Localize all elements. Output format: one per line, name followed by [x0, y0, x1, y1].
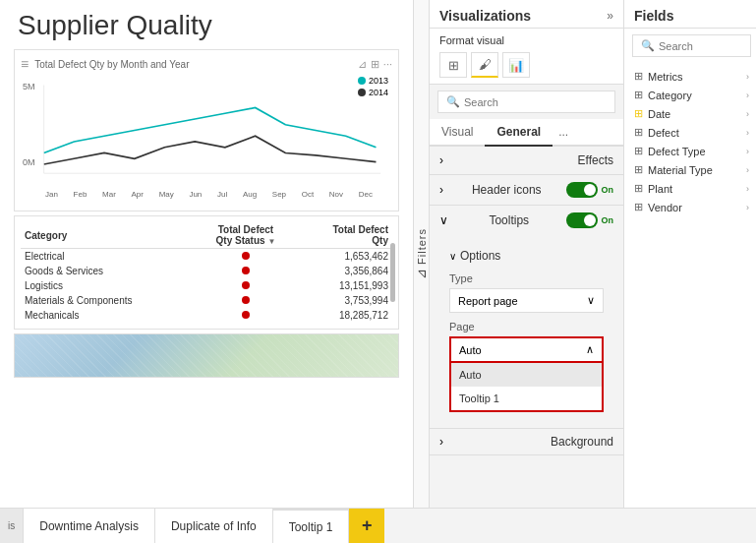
field-item-defect-type[interactable]: ⊞ Defect Type ›	[624, 142, 756, 160]
effects-section: › Effects	[430, 147, 623, 175]
field-expand-date: ›	[746, 109, 749, 119]
row-status	[195, 249, 297, 265]
viz-expand-icon[interactable]: »	[607, 9, 613, 23]
tooltips-label: Tooltips	[489, 213, 529, 227]
options-caret: ∨	[449, 251, 456, 262]
table-row: Electrical 1,653,462	[21, 249, 392, 265]
fields-search-input[interactable]	[659, 40, 756, 52]
col-qty: Total DefectQty	[297, 222, 392, 249]
format-visual-label: Format visual	[439, 34, 613, 46]
header-icons-toggle[interactable]	[566, 182, 598, 198]
field-icon-plant: ⊞	[634, 182, 643, 195]
effects-header[interactable]: › Effects	[430, 147, 623, 174]
legend-2014: 2014	[369, 88, 388, 97]
page-dropdown-list: Auto Tooltip 1	[449, 363, 604, 412]
viz-title: Visualizations	[439, 8, 531, 24]
format-visual-section: Format visual ⊞ 🖌 📊	[430, 29, 623, 85]
field-item-defect[interactable]: ⊞ Defect ›	[624, 123, 756, 142]
tab-visual[interactable]: Visual	[430, 119, 485, 147]
field-item-date[interactable]: ⊞ Date ›	[624, 104, 756, 123]
tab-more[interactable]: ...	[552, 119, 574, 145]
tooltips-body: ∨ Options Type Report page ∨ Page Auto	[430, 235, 623, 428]
fields-search-box[interactable]: 🔍	[632, 34, 751, 57]
tab-tooltip-1[interactable]: Tooltip 1	[273, 509, 350, 543]
field-icon-category: ⊞	[634, 89, 643, 101]
page-chevron: ∧	[586, 343, 594, 356]
viz-header: Visualizations »	[430, 0, 623, 29]
format-icon-paint[interactable]: 🖌	[471, 52, 498, 78]
field-item-material-type[interactable]: ⊞ Material Type ›	[624, 160, 756, 179]
add-tab-button[interactable]: +	[349, 509, 384, 543]
background-caret: ›	[439, 435, 443, 449]
viz-tabs: Visual General ...	[430, 119, 623, 147]
bottom-tabs: is Downtime Analysis Duplicate of Info T…	[0, 508, 756, 543]
row-category: Mechanicals	[21, 308, 195, 323]
col-qty-status: Total DefectQty Status ▼	[195, 222, 297, 249]
viz-search-box[interactable]: 🔍	[437, 90, 615, 113]
row-category: Materials & Components	[21, 293, 195, 308]
field-expand-defect: ›	[746, 128, 749, 138]
field-icon-metrics: ⊞	[634, 70, 643, 83]
more-icon[interactable]: ···	[383, 58, 392, 71]
format-icon-analytics[interactable]: 📊	[502, 52, 530, 78]
field-name-plant: Plant	[648, 183, 672, 195]
field-name-metrics: Metrics	[648, 71, 682, 83]
type-value: Report page	[458, 295, 518, 307]
chart-title: Total Defect Qty by Month and Year	[34, 59, 189, 70]
tab-duplicate-of-info[interactable]: Duplicate of Info	[155, 509, 273, 543]
field-item-category[interactable]: ⊞ Category ›	[624, 86, 756, 104]
field-name-vendor: Vendor	[648, 202, 682, 213]
field-icon-date: ⊞	[634, 107, 643, 120]
viz-search-input[interactable]	[464, 96, 607, 108]
tooltips-toggle[interactable]	[566, 212, 598, 228]
field-icon-material-type: ⊞	[634, 163, 643, 176]
filters-label: ⊿ Filters	[414, 228, 429, 279]
field-name-defect: Defect	[648, 127, 679, 139]
field-item-plant[interactable]: ⊞ Plant ›	[624, 179, 756, 198]
page-option-tooltip1[interactable]: Tooltip 1	[451, 387, 602, 410]
row-status	[195, 264, 297, 278]
col-category: Category	[21, 222, 195, 249]
y-axis-bottom: 0M	[23, 157, 35, 167]
tooltips-header[interactable]: ∨ Tooltips On	[430, 206, 623, 235]
field-item-vendor[interactable]: ⊞ Vendor ›	[624, 198, 756, 216]
focus-icon[interactable]: ⊞	[371, 58, 379, 71]
page-dropdown-trigger[interactable]: Auto ∧	[449, 336, 604, 363]
type-dropdown[interactable]: Report page ∨	[449, 288, 604, 313]
tab-is[interactable]: is	[0, 509, 24, 543]
field-item-metrics[interactable]: ⊞ Metrics ›	[624, 67, 756, 86]
field-expand-category: ›	[746, 90, 749, 100]
search-icon: 🔍	[446, 95, 460, 108]
header-icons-header[interactable]: › Header icons On	[430, 175, 623, 205]
page-value: Auto	[459, 344, 482, 356]
chart-svg	[21, 74, 392, 187]
row-qty: 13,151,993	[297, 278, 392, 293]
options-header[interactable]: ∨ Options	[439, 243, 613, 269]
format-icon-table[interactable]: ⊞	[439, 52, 467, 78]
row-status	[195, 278, 297, 293]
filters-panel[interactable]: ⊿ Filters	[413, 0, 430, 508]
row-qty: 1,653,462	[297, 249, 392, 265]
y-axis-top: 5M	[23, 82, 35, 91]
type-chevron: ∨	[587, 294, 595, 307]
tab-downtime-analysis[interactable]: Downtime Analysis	[24, 509, 155, 543]
row-category: Logistics	[21, 278, 195, 293]
row-category: Electrical	[21, 249, 195, 265]
field-expand-vendor: ›	[746, 203, 749, 212]
header-icons-caret: ›	[439, 183, 443, 197]
filter-icon[interactable]: ⊿	[358, 58, 367, 71]
field-expand-material-type: ›	[746, 165, 749, 175]
header-icons-label: Header icons	[472, 183, 542, 197]
legend-2013: 2013	[369, 76, 388, 86]
header-icons-section: › Header icons On	[430, 175, 623, 206]
page-option-auto[interactable]: Auto	[451, 363, 602, 387]
effects-caret: ›	[439, 153, 443, 167]
background-header[interactable]: › Background	[430, 429, 623, 454]
row-qty: 3,356,864	[297, 264, 392, 278]
row-category: Goods & Services	[21, 264, 195, 278]
effects-label: Effects	[578, 153, 613, 167]
header-icons-toggle-label: On	[602, 185, 614, 195]
field-expand-defect-type: ›	[746, 147, 749, 156]
tab-general[interactable]: General	[485, 119, 552, 147]
report-title: Supplier Quality	[10, 10, 403, 41]
